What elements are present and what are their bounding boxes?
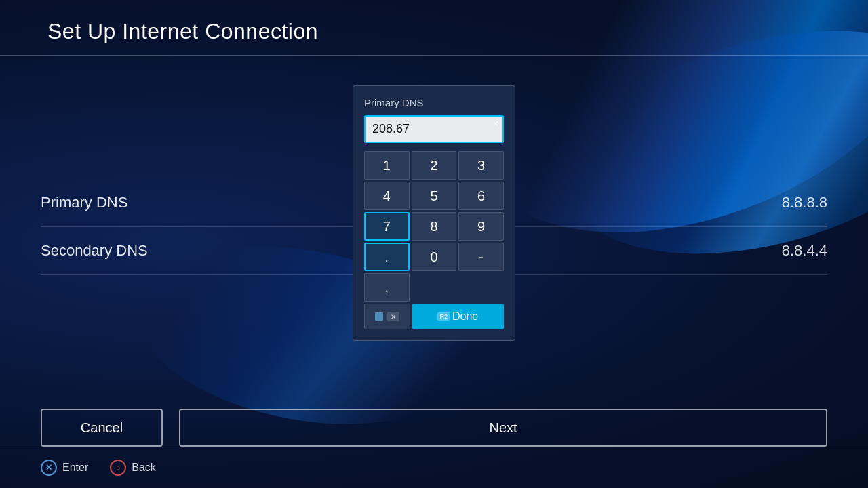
primary-dns-label: Primary DNS: [41, 194, 127, 211]
key-empty-1: [412, 273, 457, 302]
key-dot[interactable]: .: [364, 243, 410, 271]
keypad-actions: ✕ R2 Done: [364, 304, 504, 329]
primary-dns-value: 8.8.8.8: [782, 194, 827, 211]
next-button[interactable]: Next: [179, 409, 827, 447]
key-6[interactable]: 6: [458, 182, 504, 210]
key-comma[interactable]: ,: [364, 273, 410, 302]
key-3[interactable]: 3: [458, 151, 504, 180]
back-label: Back: [132, 462, 156, 474]
x-button-icon: ✕: [41, 460, 57, 476]
key-8[interactable]: 8: [412, 212, 457, 241]
main-area: Primary DNS 8.8.8.8 Secondary DNS 8.8.4.…: [0, 56, 868, 398]
key-7[interactable]: 7: [364, 212, 410, 241]
backspace-button[interactable]: ✕: [364, 304, 410, 329]
r2-badge: R2: [437, 312, 450, 321]
secondary-dns-value: 8.8.4.4: [782, 242, 827, 260]
footer-back: ○ Back: [110, 460, 156, 476]
backspace-icon: ✕: [387, 312, 399, 321]
footer: ✕ Enter ○ Back: [0, 447, 868, 488]
close-button[interactable]: ×: [486, 115, 505, 134]
dialog-title: Primary DNS: [364, 97, 504, 108]
key-4[interactable]: 4: [364, 182, 410, 210]
key-5[interactable]: 5: [412, 182, 457, 210]
numeric-keypad-dialog: Primary DNS × 1 2 3 4 5 6 7 8 9: [353, 85, 515, 341]
footer-enter: ✕ Enter: [41, 460, 88, 476]
header: Set Up Internet Connection: [0, 0, 868, 56]
circle-button-icon: ○: [110, 460, 126, 476]
page-content: Set Up Internet Connection Primary DNS 8…: [0, 0, 868, 488]
key-dash[interactable]: -: [458, 243, 504, 271]
key-9[interactable]: 9: [458, 212, 504, 241]
done-button[interactable]: R2 Done: [412, 304, 504, 329]
key-empty-2: [458, 273, 504, 302]
done-label: Done: [452, 310, 478, 323]
square-icon: [375, 312, 383, 321]
enter-label: Enter: [62, 462, 88, 474]
key-2[interactable]: 2: [412, 151, 457, 180]
secondary-dns-label: Secondary DNS: [41, 242, 148, 260]
keypad-grid: 1 2 3 4 5 6 7 8 9 . 0 - ,: [364, 151, 504, 302]
page-title: Set Up Internet Connection: [47, 19, 821, 44]
key-1[interactable]: 1: [364, 151, 410, 180]
key-0[interactable]: 0: [412, 243, 457, 271]
bottom-buttons: Cancel Next: [0, 398, 868, 447]
dns-input-field[interactable]: [364, 115, 504, 143]
cancel-button[interactable]: Cancel: [41, 409, 163, 447]
